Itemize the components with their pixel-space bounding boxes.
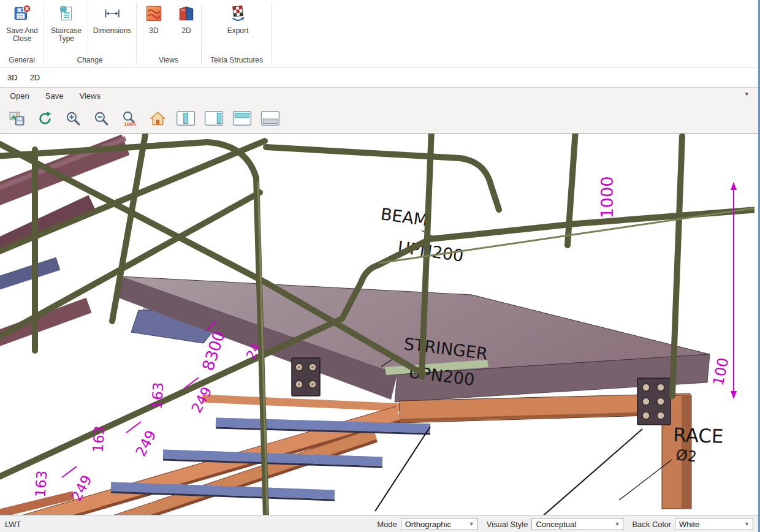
dim-163: 163 [149, 382, 167, 410]
visual-style-value: Conceptual [536, 520, 576, 529]
group-label-general: General [0, 56, 44, 64]
dim-163: 163 [32, 470, 50, 498]
ribbon-separator [136, 3, 137, 64]
bolt-plate-left [292, 358, 320, 396]
toolbar-collapse-chevron-icon[interactable]: ▾ [745, 90, 748, 98]
ribbon-separator [44, 3, 44, 64]
ribbon-separator [272, 3, 272, 64]
view-3d-icon [145, 4, 163, 25]
dim-1000: 1000 [598, 177, 617, 219]
save-and-close-label: Save And Close [2, 27, 42, 43]
tab-3d[interactable]: 3D [7, 73, 18, 82]
zoom-100-icon: 100% [121, 110, 138, 127]
view-tabstrip: 3D 2D [0, 67, 758, 88]
dimensions-icon [103, 4, 121, 25]
view-pane-bottom-icon [260, 110, 280, 126]
view-3d-label: 3D [149, 27, 158, 35]
view-pane-right-button[interactable] [201, 105, 227, 131]
view-pane-right-icon [204, 110, 224, 126]
view-3d-button[interactable]: 3D [140, 3, 168, 35]
view-toolbar: Open Save Views ▾ [0, 88, 758, 134]
ribbon-separator [201, 3, 202, 64]
export-button[interactable]: Export [216, 3, 260, 35]
brace-label: RACE [673, 424, 724, 447]
home-icon [150, 110, 166, 127]
zoom-100-button[interactable]: 100% [116, 105, 142, 131]
menu-open[interactable]: Open [10, 91, 29, 101]
view-pane-top-button[interactable] [229, 105, 255, 131]
view-2d-button[interactable]: 2D [172, 3, 200, 35]
mode-label: Mode [377, 520, 397, 529]
group-label-views: Views [136, 56, 201, 64]
back-color-label: Back Color [632, 520, 671, 529]
toolbar-icons: 100% [4, 105, 283, 131]
export-icon [229, 4, 247, 25]
dimensions-label: Dimensions [93, 27, 132, 35]
status-bar: LWT Mode Orthographic ▼ Visual Style Con… [0, 515, 758, 532]
back-color-select[interactable]: White ▼ [675, 518, 753, 530]
zoom-out-button[interactable] [88, 105, 114, 131]
zoom-in-icon [65, 110, 82, 127]
mode-value: Orthographic [405, 520, 451, 529]
ribbon-separator [88, 3, 88, 55]
rotate-view-button[interactable] [32, 105, 58, 131]
app-window: Save And Close Staircase Type [0, 0, 760, 532]
view-pane-top-icon [232, 110, 252, 126]
dim-163: 163 [90, 425, 108, 454]
menu-save[interactable]: Save [45, 91, 64, 101]
diameter-label: Ø2 [675, 446, 697, 465]
group-label-tekla-structures: Tekla Structures [201, 56, 272, 64]
zoom-in-button[interactable] [60, 105, 86, 131]
view-pane-left-icon [176, 110, 196, 126]
visual-style-select[interactable]: Conceptual ▼ [531, 518, 623, 530]
view-pane-bottom-button[interactable] [257, 105, 283, 131]
bolt-plate-right [637, 378, 671, 425]
staircase-type-label: Staircase Type [45, 27, 87, 43]
save-view-image-button[interactable] [4, 105, 29, 131]
chevron-down-icon: ▼ [744, 521, 750, 527]
chevron-down-icon: ▼ [469, 521, 474, 527]
ribbon: Save And Close Staircase Type [0, 0, 758, 67]
view-2d-icon [177, 4, 196, 25]
rotate-icon [37, 110, 53, 127]
home-view-button[interactable] [145, 105, 170, 131]
back-color-value: White [679, 520, 699, 529]
save-and-close-icon [13, 4, 31, 25]
chevron-down-icon: ▼ [615, 521, 620, 527]
menu-views[interactable]: Views [79, 91, 100, 101]
zoom-level-text: 100% [124, 121, 136, 127]
visual-style-label: Visual Style [487, 520, 528, 529]
group-label-change: Change [44, 56, 136, 64]
toolbar-menus: Open Save Views [10, 91, 101, 101]
viewport-canvas[interactable]: BEAM UPN200 STRINGER UPN200 RACE Ø2 [0, 134, 754, 515]
mode-select[interactable]: Orthographic ▼ [401, 518, 478, 530]
staircase-type-icon [57, 4, 75, 25]
save-and-close-button[interactable]: Save And Close [2, 3, 42, 43]
view-pane-left-button[interactable] [173, 105, 199, 131]
view-2d-label: 2D [181, 27, 191, 35]
model-viewport[interactable]: BEAM UPN200 STRINGER UPN200 RACE Ø2 [0, 134, 758, 515]
staircase-type-button[interactable]: Staircase Type [45, 3, 87, 43]
dimensions-button[interactable]: Dimensions [89, 3, 135, 35]
tab-2d[interactable]: 2D [30, 73, 40, 82]
export-label: Export [227, 27, 249, 35]
zoom-out-icon [93, 110, 110, 127]
status-left-text: LWT [5, 520, 21, 529]
save-view-image-icon [9, 110, 25, 127]
